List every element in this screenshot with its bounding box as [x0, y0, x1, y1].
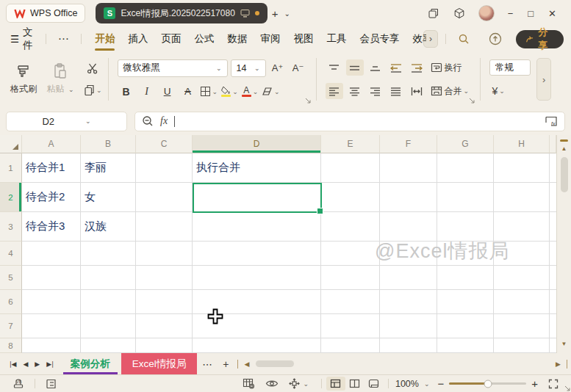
tab-page[interactable]: 页面: [154, 27, 187, 51]
text-orientation-button[interactable]: [408, 83, 425, 99]
font-size-select[interactable]: 14 ⌄: [231, 59, 266, 77]
font-name-select[interactable]: 微软雅黑 ⌄: [118, 59, 228, 77]
cell-D8[interactable]: [193, 338, 321, 353]
new-tab-button[interactable]: +: [267, 7, 283, 20]
justify-button[interactable]: [387, 83, 405, 99]
cell-C1[interactable]: [136, 153, 193, 183]
cell-B8[interactable]: [81, 338, 136, 353]
cell-B5[interactable]: [81, 266, 136, 290]
align-right-button[interactable]: [367, 83, 384, 99]
zoom-in-button[interactable]: +: [526, 377, 543, 390]
grow-font-button[interactable]: A⁺: [269, 60, 287, 76]
cell-H2[interactable]: [494, 183, 550, 212]
tab-tools[interactable]: 工具: [320, 27, 353, 51]
name-box[interactable]: D2 ⌄: [6, 112, 127, 131]
cell-A5[interactable]: [22, 266, 81, 290]
cell-F6[interactable]: [380, 290, 437, 314]
sheet-tab-excel-intel[interactable]: Excel情报局: [121, 353, 198, 374]
zoom-level[interactable]: 100%: [393, 379, 421, 389]
scroll-up-arrow[interactable]: ▲: [561, 145, 567, 152]
cell-C4[interactable]: [136, 242, 193, 266]
upload-cloud-icon[interactable]: [484, 32, 507, 46]
row-header-8[interactable]: 8: [0, 338, 22, 353]
col-header-D[interactable]: D: [193, 135, 321, 153]
col-header-H[interactable]: H: [494, 135, 550, 153]
cell-A6[interactable]: [22, 290, 81, 314]
select-all-corner[interactable]: [0, 135, 22, 153]
shrink-font-button[interactable]: A⁻: [290, 60, 307, 76]
font-dialog-launcher[interactable]: [305, 98, 311, 104]
clipboard-dialog-launcher[interactable]: [564, 385, 570, 391]
tab-formulas[interactable]: 公式: [187, 27, 220, 51]
file-menu[interactable]: ☰ 文件: [10, 26, 38, 52]
font-color-button[interactable]: A ⌄: [241, 84, 259, 100]
scroll-down-arrow[interactable]: ▼: [561, 341, 567, 347]
col-header-A[interactable]: A: [22, 135, 81, 153]
minimize-button[interactable]: −: [500, 8, 521, 19]
cell-H1[interactable]: [494, 153, 550, 183]
cell-E8[interactable]: [321, 338, 380, 353]
cell-E3[interactable]: [321, 212, 380, 242]
cell-G2[interactable]: [437, 183, 494, 212]
underline-button[interactable]: U: [159, 84, 176, 100]
cell-D5[interactable]: [193, 266, 321, 290]
cell-A4[interactable]: [22, 242, 81, 266]
bold-button[interactable]: B: [118, 84, 135, 100]
prev-sheet-button[interactable]: ◀: [20, 360, 30, 368]
cell-G3[interactable]: [437, 212, 494, 242]
first-sheet-button[interactable]: ∣◀: [6, 360, 18, 368]
tab-view[interactable]: 视图: [287, 27, 320, 51]
strikethrough-button[interactable]: A: [179, 84, 197, 100]
cell-C3[interactable]: [136, 212, 193, 242]
borders-button[interactable]: ⌄: [200, 84, 218, 100]
cell-A2[interactable]: 待合并2: [22, 183, 81, 212]
cell-C5[interactable]: [136, 266, 193, 290]
cell-F1[interactable]: [380, 153, 437, 183]
col-header-G[interactable]: G: [437, 135, 494, 153]
formula-input[interactable]: fx fx: [134, 112, 565, 131]
cell-F8[interactable]: [380, 338, 437, 353]
tab-list-chevron[interactable]: ⌄: [283, 10, 292, 18]
row-header-6[interactable]: 6: [0, 290, 22, 314]
cell-F7[interactable]: [380, 314, 437, 338]
cell-E1[interactable]: [321, 153, 380, 183]
merge-cells-button[interactable]: 合并 ⌄: [428, 83, 472, 99]
share-button[interactable]: 分享: [516, 30, 564, 48]
macro-stamp-icon[interactable]: VB: [7, 378, 30, 389]
tab-insert[interactable]: 插入: [121, 27, 154, 51]
cell-A7[interactable]: [22, 314, 81, 338]
cell-E6[interactable]: [321, 290, 380, 314]
align-bottom-button[interactable]: [367, 59, 384, 76]
number-format-select[interactable]: 常规: [489, 59, 531, 76]
next-sheet-button[interactable]: ▶: [32, 360, 42, 368]
window-restore-tabs-icon[interactable]: [421, 8, 446, 18]
align-middle-button[interactable]: [346, 59, 364, 76]
cell-F5[interactable]: [380, 266, 437, 290]
cell-B4[interactable]: [81, 242, 136, 266]
table-settings-icon[interactable]: [237, 378, 260, 389]
eye-reading-mode-icon[interactable]: [260, 379, 284, 388]
hscroll-left-arrow[interactable]: ◀: [242, 360, 251, 368]
decrease-indent-button[interactable]: [387, 59, 405, 76]
hscroll-right-arrow[interactable]: ▶: [553, 360, 563, 368]
alignment-dialog-launcher[interactable]: [469, 98, 475, 104]
cell-H5[interactable]: [494, 266, 550, 290]
tab-home[interactable]: 开始: [88, 27, 121, 51]
cell-F3[interactable]: [380, 212, 437, 242]
increase-indent-button[interactable]: [408, 59, 425, 76]
col-header-E[interactable]: E: [321, 135, 380, 153]
col-header-F[interactable]: F: [380, 135, 437, 153]
ribbon-expand-chevron[interactable]: ›: [536, 58, 551, 101]
cell-B1[interactable]: 李丽: [81, 153, 136, 183]
row-header-7[interactable]: 7: [0, 314, 22, 338]
copy-button[interactable]: ⌄: [84, 82, 102, 98]
search-icon[interactable]: [453, 33, 475, 45]
page-layout-view-button[interactable]: [345, 377, 364, 391]
vertical-scroll-thumb[interactable]: [561, 157, 568, 192]
cell-F2[interactable]: [380, 183, 437, 212]
italic-button[interactable]: I: [138, 84, 156, 100]
cell-E4[interactable]: [321, 242, 380, 266]
zoom-out-button[interactable]: −: [432, 377, 449, 390]
tab-review[interactable]: 审阅: [254, 27, 287, 51]
horizontal-scroll-thumb[interactable]: [256, 360, 294, 367]
